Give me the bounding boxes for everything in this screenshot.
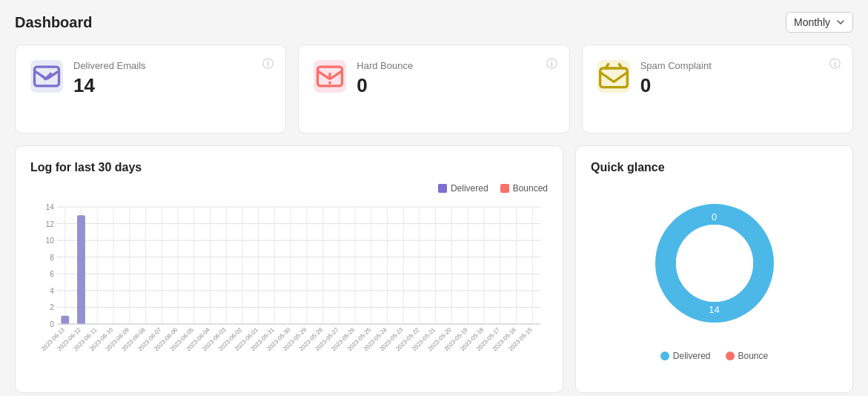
quick-delivered-legend: Delivered xyxy=(660,351,711,361)
chart-legend: Delivered Bounced xyxy=(30,183,548,194)
spam-card-content: Spam Complaint 0 xyxy=(640,60,838,97)
svg-text:2: 2 xyxy=(50,303,54,311)
page: Dashboard Monthly Delivered Emails 14 xyxy=(0,0,868,396)
spam-info-icon[interactable]: ⓘ xyxy=(829,57,841,71)
delivered-card-content: Delivered Emails 14 xyxy=(73,60,271,97)
bar-chart-container: 024681012142023-06-132023-06-122023-06-1… xyxy=(30,199,548,377)
quick-bounce-legend: Bounce xyxy=(726,351,769,361)
svg-text:14: 14 xyxy=(46,203,55,211)
quick-glance-card: Quick glance 0 14 Delivered Bounce xyxy=(575,145,853,393)
svg-rect-48 xyxy=(77,215,85,324)
quick-delivered-label: Delivered xyxy=(673,351,711,361)
period-label: Monthly xyxy=(794,16,830,28)
svg-rect-47 xyxy=(61,316,69,324)
svg-text:4: 4 xyxy=(50,287,54,295)
delivered-info-icon[interactable]: ⓘ xyxy=(262,57,274,71)
page-title: Dashboard xyxy=(15,14,92,31)
svg-text:12: 12 xyxy=(46,220,55,228)
svg-text:8: 8 xyxy=(50,254,54,262)
bounced-legend-item: Bounced xyxy=(500,183,548,194)
delivered-icon-wrap xyxy=(30,60,63,93)
delivered-legend-dot xyxy=(438,184,447,193)
log-chart-title: Log for last 30 days xyxy=(30,161,548,174)
log-chart-card: Log for last 30 days Delivered Bounced 0… xyxy=(15,145,563,393)
bottom-row: Log for last 30 days Delivered Bounced 0… xyxy=(15,145,853,393)
svg-text:0: 0 xyxy=(50,320,54,329)
quick-delivered-dot xyxy=(660,352,669,360)
spam-value: 0 xyxy=(640,74,838,97)
bounced-legend-label: Bounced xyxy=(513,183,548,194)
bar-chart-svg: 024681012142023-06-132023-06-122023-06-1… xyxy=(30,199,548,377)
bounce-icon-wrap xyxy=(314,60,346,93)
bounce-label: Hard Bounce xyxy=(357,60,554,71)
donut-bottom-label: 14 xyxy=(709,304,719,315)
quick-glance-title: Quick glance xyxy=(591,161,665,174)
donut-top-label: 0 xyxy=(712,211,717,222)
delivered-value: 14 xyxy=(73,74,271,97)
chevron-down-icon xyxy=(836,18,845,27)
hard-bounce-icon xyxy=(314,60,346,93)
page-header: Dashboard Monthly xyxy=(15,12,853,33)
svg-rect-0 xyxy=(600,68,627,88)
spam-complaint-card: Spam Complaint 0 ⓘ xyxy=(582,44,853,133)
spam-icon-wrap xyxy=(597,60,630,93)
svg-text:10: 10 xyxy=(46,237,55,245)
spam-complaint-icon xyxy=(597,60,630,93)
period-selector[interactable]: Monthly xyxy=(786,12,853,33)
svg-text:6: 6 xyxy=(50,270,54,278)
svg-point-81 xyxy=(676,225,753,302)
quick-bounce-dot xyxy=(726,352,735,360)
bounced-legend-dot xyxy=(500,184,509,193)
donut-chart-wrap: 0 14 xyxy=(640,189,789,337)
delivered-emails-card: Delivered Emails 14 ⓘ xyxy=(15,44,286,133)
bounce-card-content: Hard Bounce 0 xyxy=(357,60,554,97)
delivered-legend-item: Delivered xyxy=(438,183,488,194)
stats-cards-row: Delivered Emails 14 ⓘ Hard Bounce 0 xyxy=(15,44,853,133)
delivered-label: Delivered Emails xyxy=(73,60,271,71)
bounce-value: 0 xyxy=(357,74,554,97)
delivered-email-icon xyxy=(30,60,63,93)
quick-bounce-label: Bounce xyxy=(738,351,769,361)
hard-bounce-card: Hard Bounce 0 ⓘ xyxy=(298,44,569,133)
delivered-legend-label: Delivered xyxy=(451,183,488,194)
bounce-info-icon[interactable]: ⓘ xyxy=(546,57,557,71)
quick-glance-legend: Delivered Bounce xyxy=(660,351,768,361)
spam-label: Spam Complaint xyxy=(640,60,838,71)
